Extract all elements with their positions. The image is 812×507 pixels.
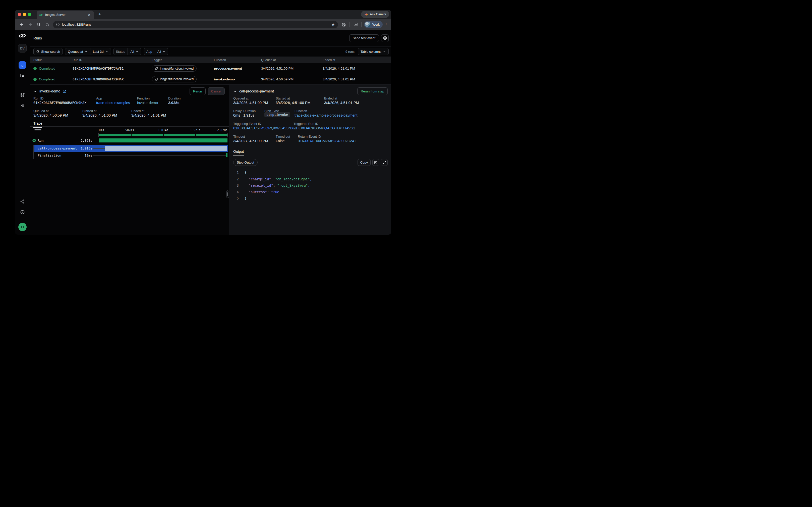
status-filter-value[interactable]: All [128, 48, 141, 55]
sidebar-item-event-search[interactable] [18, 72, 26, 79]
sidebar-item-runs[interactable] [18, 61, 26, 69]
send-test-event-button[interactable]: Send test event [349, 35, 379, 42]
tab-close-icon[interactable]: × [87, 12, 91, 17]
app-link[interactable]: trace-docs-examples [96, 101, 130, 105]
table-row[interactable]: Completed 01KJXDACKB9MPQACGTDP7JAVS1 inn… [30, 63, 391, 74]
return-event-id-link[interactable]: 01KJXDAE66CMZMB28439023V4T [298, 139, 356, 143]
inngest-app: DV [15, 30, 391, 235]
external-link-icon[interactable] [63, 90, 66, 93]
table-row[interactable]: Completed 01KJXDACBF7E98M00RAFCK9HAX inn… [30, 74, 391, 85]
trace-bar-step[interactable] [105, 146, 227, 151]
output-code-block[interactable]: 1 { 2 "charge_id": "ch_1abc2def3ghi", 3 … [233, 170, 389, 202]
settings-gear-button[interactable] [381, 35, 389, 42]
reload-icon[interactable] [35, 21, 42, 28]
browser-window: Inngest Server × + Ask Gemini [15, 10, 391, 235]
started-at-label: Started at [276, 97, 290, 100]
timeout-label: Timeout [233, 135, 245, 138]
new-tab-button[interactable]: + [97, 11, 103, 17]
show-search-button[interactable]: Show search [34, 48, 63, 55]
tab-favicon-inngest-logo-icon [39, 13, 43, 16]
help-icon[interactable] [18, 208, 26, 216]
run-id-cell: 01KJXDACKB9MPQACGTDP7JAVS1 [73, 67, 152, 70]
queued-at-cell: 3/4/2026, 4:50:59 PM [261, 77, 323, 81]
timeout-value: 3/4/2027, 4:51:00 PM [233, 139, 268, 143]
step-detail-panel: call-process-payment Rerun from step Que… [229, 84, 391, 235]
queued-at-value: 3/4/2026, 4:50:59 PM [34, 113, 68, 117]
browser-tab[interactable]: Inngest Server × [37, 10, 94, 19]
triggered-run-id-label: Triggered Run ID [294, 122, 318, 126]
started-at-value: 3/4/2026, 4:51:00 PM [276, 101, 311, 105]
table-columns-dropdown[interactable]: Table columns [358, 48, 389, 55]
function-link[interactable]: invoke-demo [137, 101, 158, 105]
app-filter[interactable]: App All [144, 48, 169, 55]
trace-row-name[interactable]: Run [38, 139, 44, 143]
copy-button[interactable]: Copy [358, 159, 371, 166]
share-icon[interactable] [18, 198, 26, 205]
app-badge[interactable]: DV [18, 44, 26, 53]
function-label: Function [137, 97, 150, 100]
url-bar[interactable]: localhost:8288/runs ★ [53, 21, 338, 29]
line-number: 2 [233, 176, 239, 183]
status-filter[interactable]: Status All [113, 48, 141, 55]
ended-at-label: Ended at [324, 97, 337, 100]
chevron-down-icon[interactable] [233, 90, 237, 93]
rerun-from-step-button[interactable]: Rerun from step [357, 88, 388, 95]
extensions-puzzle-icon[interactable] [340, 21, 347, 28]
toolbar-separator [361, 22, 362, 27]
url-text[interactable]: localhost:8288/runs [62, 22, 329, 26]
app-filter-value[interactable]: All [155, 48, 168, 55]
sidebar-item-apps[interactable] [18, 91, 26, 99]
home-icon[interactable] [44, 21, 51, 28]
code-line: 1 { [233, 170, 389, 176]
chevron-down-icon[interactable] [34, 90, 37, 93]
trace-row-name[interactable]: Finalization [38, 154, 61, 157]
output-toolbar: Step Output Copy [233, 159, 388, 166]
back-icon[interactable] [18, 21, 25, 28]
ask-gemini-button[interactable]: Ask Gemini [361, 11, 389, 18]
panel-resize-handle[interactable] [226, 190, 229, 198]
minimap-tick [131, 134, 132, 136]
zoom-window-button[interactable] [28, 13, 31, 16]
duration-label: Duration [168, 97, 181, 100]
browser-menu-kebab-icon[interactable]: ⋮ [384, 22, 389, 27]
site-info-icon[interactable] [56, 22, 60, 26]
minimize-window-button[interactable] [23, 13, 26, 16]
forward-icon[interactable] [26, 21, 34, 28]
chevron-down-icon [383, 50, 386, 53]
trace-bar-finalization[interactable] [226, 153, 228, 157]
trace-scrollbar-thumb[interactable] [35, 129, 41, 130]
rerun-button[interactable]: Rerun [190, 88, 205, 95]
runs-table-header: StatusRun ID TriggerFunction Queued atEn… [30, 57, 391, 63]
minimap-tick [195, 134, 196, 136]
function-link[interactable]: trace-docs-examples-process-payment [295, 113, 358, 117]
bookmark-star-icon[interactable]: ★ [332, 22, 335, 27]
axis-tick: 1.521s [190, 128, 201, 132]
axis-tick: 1.014s [158, 128, 169, 132]
close-window-button[interactable] [18, 13, 21, 16]
profile-chip[interactable]: Work [364, 21, 383, 28]
trace-bar-run[interactable] [99, 138, 228, 143]
trace-waterfall: 0ms 507ms 1.014s 1.521s 2.028s [30, 127, 229, 235]
triggering-event-id-label: Triggering Event ID [233, 122, 261, 126]
triggering-event-id-link[interactable]: 01KJXDACEC6H49QRQXWEA93NXZ [233, 126, 296, 130]
time-field-dropdown[interactable]: Queued at [65, 48, 90, 55]
dev-tools-button[interactable] [18, 223, 26, 231]
function-cell: process-payment [214, 67, 261, 70]
sidebar-item-functions[interactable] [18, 102, 26, 109]
profile-label: Work [372, 23, 380, 26]
ask-gemini-label: Ask Gemini [370, 12, 386, 16]
ruler-cap [228, 133, 228, 137]
tab-output[interactable]: Output [233, 150, 244, 156]
started-at-value: 3/4/2026, 4:51:00 PM [82, 113, 117, 117]
cancel-button[interactable]: Cancel [208, 88, 225, 95]
ended-at-label: Ended at [131, 109, 144, 113]
step-output-pill[interactable]: Step Output [233, 159, 258, 166]
line-number: 1 [233, 170, 239, 176]
time-range-dropdown[interactable]: Last 3d [90, 48, 111, 55]
wrap-lines-button[interactable] [372, 159, 379, 166]
triggered-run-id-link[interactable]: 01KJXDACKB9MPQACGTDP7JAVS1 [294, 126, 355, 130]
expand-button[interactable] [381, 159, 388, 166]
browser-toolbar: localhost:8288/runs ★ Work ⋮ [15, 19, 391, 30]
page-title: Runs [34, 36, 42, 40]
side-panel-search-icon[interactable] [352, 21, 359, 28]
